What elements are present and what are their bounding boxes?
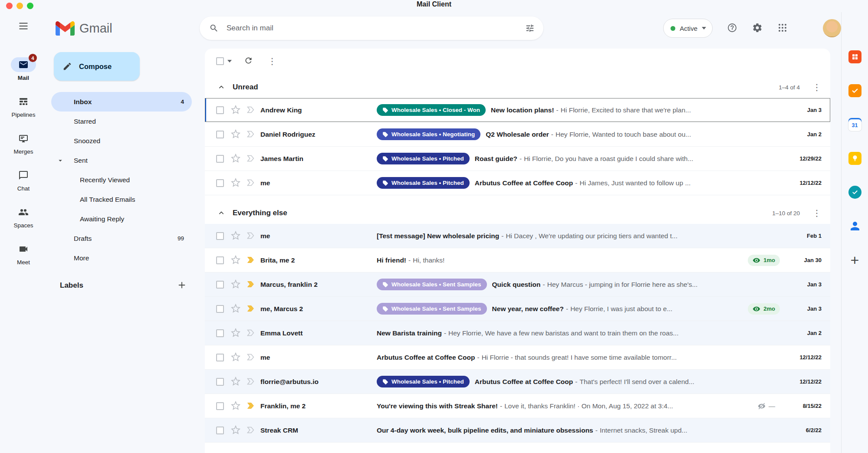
email-row[interactable]: James MartinWholesale Sales • PitchedRoa…	[205, 147, 830, 171]
pipeline-stage-badge[interactable]: Wholesale Sales • Pitched	[377, 376, 470, 387]
pipeline-stage-badge[interactable]: Wholesale Sales • Closed - Won	[377, 104, 486, 116]
compose-button[interactable]: Compose	[54, 52, 140, 81]
email-row[interactable]: Streak CRMOur 4-day work week, bulk pipe…	[205, 418, 830, 443]
importance-marker-icon[interactable]	[246, 328, 256, 338]
window-close-button[interactable]	[6, 3, 13, 9]
rail-item-pipelines[interactable]: Pipelines	[11, 94, 36, 118]
pipeline-stage-badge[interactable]: Wholesale Sales • Sent Samples	[377, 279, 487, 290]
collapse-section-chevron-icon[interactable]	[217, 209, 226, 217]
select-caret-icon[interactable]	[227, 60, 232, 62]
sidebar-item-sent[interactable]: Sent	[51, 151, 192, 170]
refresh-button[interactable]	[243, 56, 253, 66]
select-email-checkbox[interactable]	[216, 329, 224, 337]
select-email-checkbox[interactable]	[216, 232, 224, 240]
settings-button[interactable]	[752, 23, 763, 34]
importance-marker-icon[interactable]	[246, 231, 256, 241]
importance-marker-icon[interactable]	[246, 154, 256, 164]
importance-marker-icon[interactable]	[246, 401, 256, 411]
email-row[interactable]: Brita, me 2Hi friend!-Hi, thanks!1moJan …	[205, 248, 830, 272]
streak-addon-icon[interactable]	[848, 49, 862, 64]
avatar[interactable]	[823, 19, 841, 37]
star-icon[interactable]	[231, 328, 241, 338]
rail-item-meet[interactable]: Meet	[11, 242, 36, 266]
star-icon[interactable]	[231, 377, 241, 387]
tasks-addon-icon[interactable]	[848, 185, 862, 200]
star-icon[interactable]	[231, 352, 241, 363]
email-row[interactable]: Franklin, me 2You're viewing this with S…	[205, 394, 830, 418]
email-row[interactable]: meArbutus Coffee at Coffee Coop-Hi Florr…	[205, 345, 830, 370]
more-options-button[interactable]: ⋮	[267, 56, 277, 66]
search-bar[interactable]	[200, 16, 543, 40]
sidebar-item-snoozed[interactable]: Snoozed	[51, 131, 192, 151]
email-row[interactable]: Marcus, franklin 2Wholesale Sales • Sent…	[205, 272, 830, 297]
select-email-checkbox[interactable]	[216, 106, 224, 114]
sidebar-item-awaiting-reply[interactable]: Awaiting Reply	[51, 209, 192, 229]
select-email-checkbox[interactable]	[216, 131, 224, 138]
email-row[interactable]: me, Marcus 2Wholesale Sales • Sent Sampl…	[205, 297, 830, 321]
email-row[interactable]: Emma LovettNew Barista training-Hey Flor…	[205, 321, 830, 345]
email-row[interactable]: meWholesale Sales • PitchedArbutus Coffe…	[205, 171, 830, 195]
window-zoom-button[interactable]	[27, 3, 33, 9]
sidebar-item-inbox[interactable]: Inbox4	[51, 92, 192, 112]
importance-marker-icon[interactable]	[246, 279, 256, 290]
contacts-addon-icon[interactable]	[848, 219, 862, 233]
star-icon[interactable]	[231, 231, 241, 241]
star-icon[interactable]	[231, 255, 241, 266]
pipeline-stage-badge[interactable]: Wholesale Sales • Sent Samples	[377, 303, 487, 315]
pipeline-stage-badge[interactable]: Wholesale Sales • Pitched	[377, 177, 470, 189]
rail-item-mail[interactable]: 4Mail	[11, 57, 36, 81]
streak-tasks-addon-icon[interactable]	[848, 83, 862, 98]
gmail-logo[interactable]: Gmail	[47, 12, 200, 37]
select-email-checkbox[interactable]	[216, 378, 224, 386]
select-email-checkbox[interactable]	[216, 256, 224, 264]
help-button[interactable]	[727, 23, 738, 34]
star-icon[interactable]	[231, 178, 241, 188]
collapse-section-chevron-icon[interactable]	[217, 83, 226, 92]
sidebar-item-recently-viewed[interactable]: Recently Viewed	[51, 170, 192, 190]
importance-marker-icon[interactable]	[246, 129, 256, 140]
star-icon[interactable]	[231, 279, 241, 290]
get-addons-icon[interactable]: +	[848, 253, 862, 267]
pipeline-stage-badge[interactable]: Wholesale Sales • Pitched	[377, 153, 470, 164]
importance-marker-icon[interactable]	[246, 255, 256, 266]
star-icon[interactable]	[231, 304, 241, 314]
select-email-checkbox[interactable]	[216, 427, 224, 434]
section-more-button[interactable]: ⋮	[812, 82, 822, 92]
email-row[interactable]: me[Test message] New wholesale pricing-H…	[205, 224, 830, 248]
select-email-checkbox[interactable]	[216, 155, 224, 163]
sidebar-item-all-tracked-emails[interactable]: All Tracked Emails	[51, 190, 192, 209]
sidebar-item-more[interactable]: More	[51, 248, 192, 268]
star-icon[interactable]	[231, 129, 241, 140]
streak-status-dropdown[interactable]: Active	[663, 19, 713, 38]
search-filters-button[interactable]	[521, 19, 539, 37]
sidebar-item-drafts[interactable]: Drafts99	[51, 229, 192, 248]
window-minimize-button[interactable]	[16, 3, 23, 9]
main-menu-button[interactable]	[17, 20, 30, 33]
email-row[interactable]: Daniel RodriguezWholesale Sales • Negoti…	[205, 122, 830, 147]
create-label-button[interactable]	[176, 280, 187, 291]
select-email-checkbox[interactable]	[216, 281, 224, 289]
rail-item-chat[interactable]: Chat	[11, 168, 36, 192]
calendar-addon-icon[interactable]: 31	[848, 117, 862, 132]
select-email-checkbox[interactable]	[216, 354, 224, 361]
pipeline-stage-badge[interactable]: Wholesale Sales • Negotiating	[377, 128, 480, 140]
email-row[interactable]: florrie@arbutus.ioWholesale Sales • Pitc…	[205, 370, 830, 394]
select-email-checkbox[interactable]	[216, 402, 224, 410]
star-icon[interactable]	[231, 425, 241, 436]
select-email-checkbox[interactable]	[216, 305, 224, 313]
email-row[interactable]: Andrew KingWholesale Sales • Closed - Wo…	[205, 98, 830, 122]
section-more-button[interactable]: ⋮	[812, 208, 822, 218]
star-icon[interactable]	[231, 154, 241, 164]
importance-marker-icon[interactable]	[246, 105, 256, 115]
importance-marker-icon[interactable]	[246, 304, 256, 314]
star-icon[interactable]	[231, 105, 241, 115]
select-email-checkbox[interactable]	[216, 179, 224, 187]
keep-addon-icon[interactable]	[848, 151, 862, 166]
star-icon[interactable]	[231, 401, 241, 411]
importance-marker-icon[interactable]	[246, 377, 256, 387]
search-input[interactable]	[227, 24, 521, 33]
rail-item-spaces[interactable]: Spaces	[11, 205, 36, 229]
importance-marker-icon[interactable]	[246, 352, 256, 363]
google-apps-button[interactable]	[777, 23, 788, 34]
rail-item-merges[interactable]: Merges	[11, 131, 36, 155]
